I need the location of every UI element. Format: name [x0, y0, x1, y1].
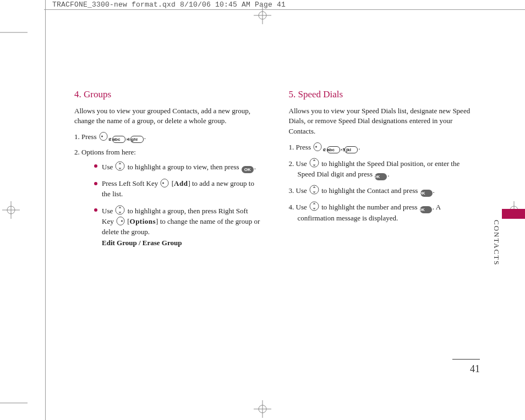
groups-bullet-2: Press Left Soft Key [Add] to add a new g…: [95, 179, 261, 200]
text: [: [169, 179, 174, 187]
nav-key-icon: [309, 185, 319, 195]
speed-step-3: 3. Use to highlight the Contact and pres…: [289, 185, 476, 197]
ok-button-icon: OK: [242, 166, 254, 173]
groups-bullet-3: Use to highlight a group, then press Rig…: [95, 205, 261, 248]
text: .: [433, 186, 435, 195]
text: 1. Press: [289, 143, 313, 151]
groups-bullet-1: Use to highlight a group to view, then p…: [95, 161, 261, 173]
groups-step-2: 2. Options from here: Use to highlight a…: [74, 147, 261, 248]
groups-intro: Allows you to view your grouped Contacts…: [74, 106, 261, 127]
section-tab: [502, 209, 525, 219]
svg-point-0: [259, 12, 266, 19]
page-number-rule: [452, 359, 480, 360]
text: [: [125, 217, 130, 225]
speed-step-4: 4. Use to highlight the number and press…: [289, 201, 476, 224]
vertical-rule: [45, 0, 46, 420]
text: 2. Use: [289, 159, 309, 168]
left-softkey-icon: [99, 132, 108, 141]
text: 2. Options from here:: [74, 148, 136, 156]
text: Press Left Soft Key: [102, 179, 160, 187]
column-groups: 4. Groups Allows you to view your groupe…: [74, 88, 261, 254]
svg-point-3: [259, 405, 266, 413]
edit-erase-line: Edit Group / Erase Group: [102, 238, 261, 248]
svg-point-6: [7, 206, 15, 214]
text: to highlight a group to view, then press: [125, 163, 240, 171]
text: .: [144, 132, 146, 141]
right-softkey-icon: [116, 217, 125, 225]
speed-intro: Allows you to view your Speed Dials list…: [289, 106, 476, 137]
heading-speed-dials: 5. Speed Dials: [289, 88, 476, 102]
text: Use: [102, 207, 114, 215]
key-4ghi: 4 ghi: [130, 136, 144, 143]
key-2abc: 2 abc: [112, 136, 125, 143]
text: Use: [102, 163, 114, 171]
page-content: 4. Groups Allows you to view your groupe…: [74, 88, 475, 254]
softkey-label-add: Add: [174, 179, 188, 187]
nav-key-icon: [115, 161, 125, 171]
left-softkey-icon: [313, 142, 322, 151]
key-2abc: 2 abc: [327, 146, 340, 153]
crop-mark: [0, 32, 28, 33]
nav-key-icon: [309, 158, 319, 168]
text: 1. Press: [74, 132, 99, 141]
speed-step-1: 1. Press , 2 abc, 5 jkl.: [289, 142, 476, 153]
page-number: 41: [470, 363, 480, 375]
key-5jkl: 5 jkl: [344, 146, 358, 153]
registration-mark-left: [0, 199, 22, 221]
nav-key-icon: [309, 201, 319, 211]
text: 4. Use: [289, 203, 309, 211]
text: .: [358, 143, 360, 151]
ok-button-icon: OK: [420, 206, 432, 213]
groups-step-1: 1. Press , 2 abc, 4 ghi.: [74, 132, 261, 143]
heading-groups: 4. Groups: [74, 88, 261, 102]
nav-key-icon: [115, 205, 125, 215]
text: .: [387, 170, 389, 178]
column-speed-dials: 5. Speed Dials Allows you to view your S…: [289, 88, 476, 254]
speed-step-2: 2. Use to highlight the Speed Dial posit…: [289, 158, 476, 180]
ok-button-icon: OK: [420, 190, 433, 197]
softkey-label-options: Options: [130, 217, 156, 225]
print-header: TRACFONE_3300-new format.qxd 8/10/06 10:…: [44, 0, 525, 10]
ok-button-icon: OK: [375, 173, 387, 180]
text: to highlight the Contact and press: [320, 186, 420, 195]
text: 3. Use: [289, 186, 309, 195]
text: to highlight the number and press: [320, 203, 419, 211]
section-label: CONTACTS: [492, 220, 501, 266]
text: .: [254, 163, 256, 171]
left-softkey-icon: [160, 179, 169, 187]
registration-mark-bottom: [251, 398, 274, 420]
crop-mark: [0, 402, 28, 404]
